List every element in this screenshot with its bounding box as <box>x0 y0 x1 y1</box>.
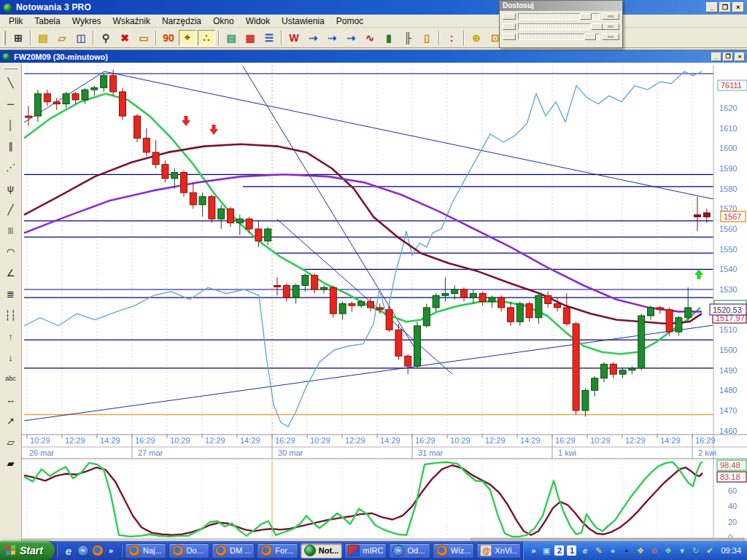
sync-icon[interactable]: ↻ <box>690 545 701 556</box>
fib-retracement-tool[interactable]: ≣ <box>2 285 20 303</box>
network-icon[interactable]: ▣ <box>541 545 551 556</box>
minimize-button[interactable]: _ <box>706 2 718 12</box>
slider-spinner[interactable] <box>602 23 619 30</box>
menu-ustawienia[interactable]: Ustawienia <box>276 15 330 27</box>
messenger-icon[interactable]: ● <box>607 545 618 556</box>
slider-left-button[interactable] <box>503 34 516 40</box>
gann-fan-tool[interactable]: ∠ <box>2 264 20 281</box>
start-button[interactable]: Start <box>0 541 55 560</box>
wl-indicator-button[interactable]: W <box>285 30 303 46</box>
vertical-line-tool[interactable]: │ <box>2 116 20 133</box>
trend-line-tool[interactable]: ╲ <box>2 74 20 91</box>
arrow-slow-button[interactable]: ⇢ <box>342 30 360 46</box>
slider-handle[interactable] <box>580 13 592 20</box>
zoom-button[interactable]: ⚲ <box>97 30 115 46</box>
slider-left-button[interactable] <box>503 23 516 30</box>
menu-widok[interactable]: Widok <box>240 15 276 27</box>
ie-icon[interactable]: e <box>579 545 590 556</box>
tray-overflow[interactable]: » <box>529 546 538 555</box>
fib-arcs-tool[interactable]: ◠ <box>2 243 20 260</box>
price-chart[interactable]: 10:2912:2914:2916:2910:2912:2914:2916:29… <box>22 63 747 542</box>
arrow-medium-button[interactable]: ⇢ <box>323 30 341 46</box>
chart-restore-button[interactable]: ❐ <box>723 52 733 61</box>
update-check-icon[interactable]: ✔ <box>704 545 715 556</box>
zigzag-line-button[interactable]: ∿ <box>361 30 379 46</box>
chart-minimize-button[interactable]: _ <box>711 52 721 61</box>
firefox-icon[interactable] <box>92 545 104 556</box>
task-mirc[interactable]: mIRC <box>344 543 387 559</box>
task-od[interactable]: ~Od... <box>389 543 430 559</box>
shield-icon[interactable]: ❖ <box>662 545 673 556</box>
notes-icon[interactable]: ✎ <box>593 545 604 556</box>
count-2[interactable]: 2 <box>554 545 564 556</box>
menu-plik[interactable]: Plik <box>3 15 28 27</box>
task-dm[interactable]: DM ... <box>212 543 255 559</box>
ohlc-bars-button[interactable]: ╟ <box>399 30 417 46</box>
toolbar-grip[interactable] <box>3 31 6 45</box>
pattern-dots-button[interactable]: ∴ <box>198 30 215 46</box>
short-trend-line-tool[interactable]: ╱ <box>2 201 20 218</box>
open-file-button[interactable]: ▱ <box>53 30 71 46</box>
slider-track[interactable] <box>518 23 600 30</box>
quick-launch-overflow[interactable]: » <box>107 546 115 555</box>
slider-track[interactable] <box>518 13 600 20</box>
eraser-all-tool[interactable]: ▰ <box>2 454 20 472</box>
window-grid-button[interactable]: ⊞ <box>9 30 27 46</box>
menu-okno[interactable]: Okno <box>207 15 240 27</box>
task-not[interactable]: Not... <box>301 543 343 559</box>
menu-wykres[interactable]: Wykres <box>66 15 107 27</box>
fan-lines-tool[interactable]: ⋰ <box>2 158 20 176</box>
dostosuj-titlebar[interactable]: Dostosuj <box>500 1 622 11</box>
lock-icon[interactable]: ▪ <box>621 545 632 556</box>
slider-spinner[interactable] <box>602 13 619 20</box>
parallel-lines-tool[interactable]: ∥ <box>2 137 20 155</box>
restore-button[interactable]: ❐ <box>719 2 731 12</box>
volume-bars-button[interactable]: ▮ <box>380 30 398 46</box>
thunderbird-icon[interactable]: ~ <box>77 545 89 556</box>
crosshair-button[interactable]: ⌖ <box>179 30 196 46</box>
fib-time-zones-tool[interactable]: ||| <box>2 222 20 239</box>
arrow-fast-button[interactable]: ⇢ <box>304 30 322 46</box>
menu-pomoc[interactable]: Pomoc <box>330 15 369 27</box>
buy-sell-dots-button[interactable]: : <box>443 30 460 46</box>
horizontal-arrow-tool[interactable]: ↔ <box>2 391 20 408</box>
eraser-tool[interactable]: ▱ <box>2 433 20 451</box>
ruler-button[interactable]: ▭ <box>135 30 152 46</box>
task-for[interactable]: For... <box>257 543 298 559</box>
chart-close-button[interactable]: × <box>735 52 745 61</box>
slider-spinner[interactable] <box>602 34 619 40</box>
candlesticks-button[interactable]: ▯ <box>418 30 436 46</box>
text-label-tool[interactable]: abc <box>2 370 20 387</box>
delete-object-button[interactable]: ✖ <box>116 30 133 46</box>
list-table-button[interactable]: ☰ <box>260 30 278 46</box>
slider-track[interactable] <box>518 34 600 40</box>
price-scale-button[interactable]: 90 <box>160 30 177 46</box>
menu-wskaźnik[interactable]: Wskaźnik <box>107 15 156 27</box>
menu-tabela[interactable]: Tabela <box>28 15 66 27</box>
mouse-icon[interactable]: ▾ <box>676 545 687 556</box>
toolbar-handle[interactable] <box>4 67 18 69</box>
arrow-down-tool[interactable]: ↓ <box>2 349 20 366</box>
no-entry-icon[interactable]: ⊘ <box>649 545 659 556</box>
close-button[interactable]: × <box>732 2 744 12</box>
save-file-button[interactable]: ◫ <box>72 30 90 46</box>
task-do[interactable]: Do... <box>169 543 209 559</box>
windows-icon[interactable]: ❖ <box>635 545 646 556</box>
vertical-grid-tool[interactable]: ┆┆ <box>2 306 20 324</box>
new-file-button[interactable]: ▤ <box>34 30 52 46</box>
count-1[interactable]: 1 <box>567 545 576 556</box>
pitchfork-tool[interactable]: ψ <box>2 179 20 197</box>
ie-icon[interactable]: e <box>63 545 74 556</box>
heatmap-table-button[interactable]: ▦ <box>241 30 259 46</box>
slider-handle[interactable] <box>591 23 603 30</box>
slider-left-button[interactable] <box>503 13 516 20</box>
quote-table-button[interactable]: ▤ <box>222 30 240 46</box>
task-naj[interactable]: Naj... <box>125 543 166 559</box>
task-xnvi[interactable]: @XnVi... <box>476 543 521 559</box>
arrow-up-tool[interactable]: ↑ <box>2 327 20 345</box>
add-point-button[interactable]: ⊕ <box>468 30 485 46</box>
pointer-tool[interactable]: ↗ <box>2 412 20 429</box>
slider-handle[interactable] <box>584 34 596 40</box>
horizontal-line-tool[interactable]: ─ <box>2 95 20 112</box>
menu-narzędzia[interactable]: Narzędzia <box>156 15 207 27</box>
